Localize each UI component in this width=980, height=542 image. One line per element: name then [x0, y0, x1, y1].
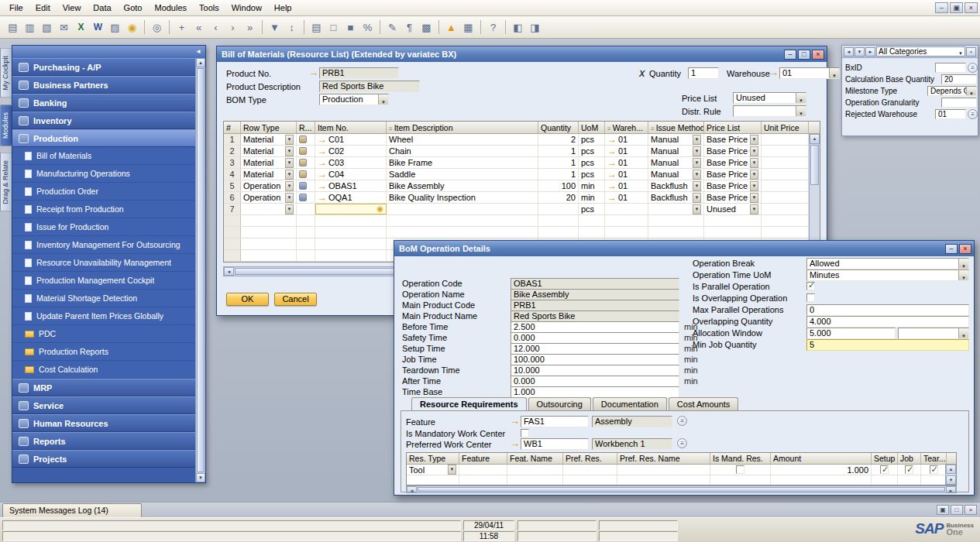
item-description-cell[interactable]: Bike Quality Inspection: [387, 192, 538, 203]
dropdown-icon[interactable]: [750, 170, 758, 180]
gross-profit-icon[interactable]: %: [359, 19, 376, 36]
sidebar-item-human-resources[interactable]: Human Resources: [12, 414, 195, 432]
link-arrow-icon[interactable]: [607, 192, 617, 203]
dropdown-icon[interactable]: [750, 181, 758, 191]
price-list-cell[interactable]: Unused: [704, 204, 762, 214]
dropdown-icon[interactable]: [750, 146, 758, 156]
quantity-cell[interactable]: 20: [538, 192, 579, 203]
issue-method-cell[interactable]: Manual: [648, 134, 704, 145]
unit-price-cell[interactable]: [762, 146, 809, 156]
warehouse-cell[interactable]: 01: [605, 134, 648, 145]
tab-documentation[interactable]: Documentation: [593, 397, 667, 410]
settings-icon[interactable]: ◧: [510, 19, 526, 36]
next-category-button[interactable]: [865, 47, 875, 57]
column-header-unit-price[interactable]: Unit Price: [762, 122, 809, 133]
bxid-field[interactable]: [935, 63, 966, 73]
sidebar-item-inventory[interactable]: Inventory: [12, 111, 195, 129]
next-record-icon[interactable]: ›: [225, 19, 241, 36]
help-icon[interactable]: ?: [485, 19, 501, 36]
item-no-cell[interactable]: C04: [315, 169, 387, 180]
menu-tools[interactable]: Tools: [193, 2, 225, 14]
price-list-cell[interactable]: Base Price: [704, 157, 762, 168]
lock-icon[interactable]: ◉: [124, 19, 140, 36]
job-cell[interactable]: [898, 465, 921, 475]
choose-from-list-button[interactable]: [968, 63, 978, 73]
job-checkbox[interactable]: [905, 465, 913, 474]
warehouse-cell[interactable]: 01: [605, 146, 648, 156]
query-manager-icon[interactable]: ¶: [401, 19, 418, 36]
dropdown-icon[interactable]: [285, 135, 294, 145]
minimize-button[interactable]: [784, 50, 796, 60]
row-type-cell[interactable]: Material: [241, 146, 297, 156]
sidebar-item-resource-unavailability[interactable]: Resource Unavailability Management: [12, 254, 195, 272]
dropdown-icon[interactable]: [693, 170, 701, 180]
after-time-field[interactable]: 0.000: [511, 376, 679, 387]
teardown-time-field[interactable]: 10.000: [511, 365, 679, 376]
price-list-cell[interactable]: Base Price: [704, 180, 762, 191]
operation-granularity-field[interactable]: [941, 98, 977, 108]
uom-cell[interactable]: pcs: [579, 204, 605, 214]
uom-cell[interactable]: pcs: [579, 134, 605, 145]
dropdown-icon[interactable]: [285, 146, 294, 156]
category-select[interactable]: All Categories: [876, 46, 965, 57]
product-no-field[interactable]: PRB1: [319, 67, 399, 79]
maximize-window-button[interactable]: [951, 505, 963, 515]
previous-record-icon[interactable]: ‹: [208, 19, 224, 36]
first-record-icon[interactable]: «: [191, 19, 207, 36]
link-arrow-icon[interactable]: [318, 146, 327, 156]
minimize-button[interactable]: [945, 244, 958, 254]
unit-price-cell[interactable]: [762, 180, 809, 191]
issue-method-cell[interactable]: Manual: [648, 146, 704, 156]
sidebar-item-purchasing[interactable]: Purchasing - A/P: [12, 58, 195, 76]
scroll-down-icon[interactable]: [946, 475, 956, 485]
sidebar-item-issue-for-production[interactable]: Issue for Production: [12, 218, 195, 236]
link-arrow-icon[interactable]: [607, 146, 617, 156]
link-arrow-icon[interactable]: [318, 169, 327, 180]
column-header-resource[interactable]: R...: [297, 122, 315, 133]
tab-my-cockpit[interactable]: My Cockpit: [0, 48, 12, 98]
quantity-cell[interactable]: [538, 204, 579, 214]
issue-method-cell[interactable]: Manual: [648, 157, 704, 168]
warehouse-cell[interactable]: 01: [605, 180, 648, 191]
dropdown-icon[interactable]: [285, 204, 294, 214]
link-arrow-icon[interactable]: [607, 180, 617, 191]
sidebar-item-receipt-from-production[interactable]: Receipt from Production: [12, 201, 195, 218]
item-description-cell[interactable]: Saddle: [387, 169, 538, 180]
dropdown-icon[interactable]: [285, 158, 294, 168]
row-type-cell[interactable]: Operation: [241, 192, 297, 203]
price-list-cell[interactable]: Base Price: [704, 169, 762, 180]
column-header-amount[interactable]: Amount: [771, 453, 872, 464]
bom-window-titlebar[interactable]: Bill of Materials (Resource List) (Exten…: [217, 46, 827, 62]
column-header-job[interactable]: Job: [898, 453, 921, 464]
print-preview-icon[interactable]: ▧: [39, 19, 55, 36]
dropdown-icon[interactable]: [693, 158, 701, 168]
tab-cost-amounts[interactable]: Cost Amounts: [669, 397, 738, 410]
new-document-icon[interactable]: ▤: [5, 19, 21, 36]
scrollbar-thumb[interactable]: [810, 145, 819, 185]
warehouse-cell[interactable]: [605, 204, 648, 214]
last-record-icon[interactable]: »: [242, 19, 258, 36]
close-window-button[interactable]: [965, 505, 977, 515]
column-header-uom[interactable]: UoM: [579, 122, 605, 133]
menu-file[interactable]: File: [3, 2, 29, 14]
column-header-pref-res[interactable]: Pref. Res.: [563, 453, 617, 464]
app-close-button[interactable]: [965, 2, 978, 13]
link-arrow-icon[interactable]: [607, 169, 617, 180]
find-record-icon[interactable]: ◎: [149, 19, 165, 36]
sidebar-item-service[interactable]: Service: [12, 396, 195, 414]
sidebar-item-production-order[interactable]: Production Order: [12, 183, 195, 201]
column-header-feat-name[interactable]: Feat. Name: [507, 453, 563, 464]
column-header-tear[interactable]: Tear...: [921, 453, 947, 464]
item-description-cell[interactable]: Bike Frame: [387, 157, 538, 168]
sidebar-item-material-shortage-detection[interactable]: Material Shortage Detection: [12, 290, 195, 307]
sidebar-item-mrp[interactable]: MRP: [12, 379, 195, 396]
menu-window[interactable]: Window: [225, 2, 268, 14]
issue-method-cell[interactable]: Backflush: [648, 180, 704, 191]
price-list-cell[interactable]: Base Price: [704, 134, 762, 145]
operation-time-uom-select[interactable]: Minutes: [806, 269, 969, 281]
column-header-warehouse[interactable]: Wareh...: [605, 122, 648, 133]
column-header-item-description[interactable]: Item Description: [387, 122, 538, 133]
restore-window-button[interactable]: [937, 505, 949, 515]
is-parallel-operation-checkbox[interactable]: [806, 282, 815, 290]
scrollbar-thumb[interactable]: [418, 487, 945, 492]
